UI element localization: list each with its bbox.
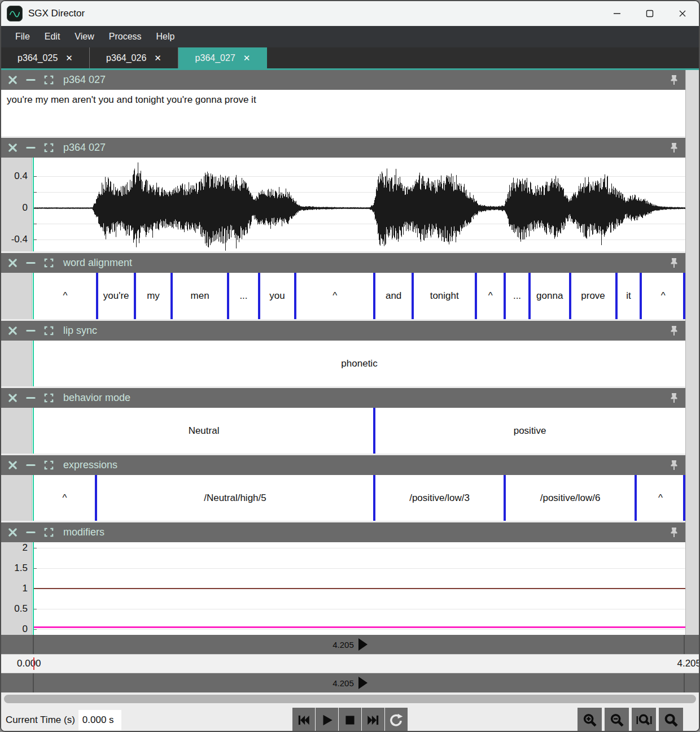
modifier-curve-line[interactable] — [33, 588, 685, 589]
tab-p364_025[interactable]: p364_025 ✕ — [1, 47, 90, 68]
modifiers-track[interactable] — [33, 542, 685, 635]
segment[interactable]: ^ — [476, 273, 505, 319]
menu-help[interactable]: Help — [149, 26, 182, 47]
segment-boundary[interactable] — [412, 273, 414, 319]
panel-expand-icon[interactable] — [43, 325, 54, 337]
play-handle-icon[interactable] — [358, 677, 368, 689]
stop-button[interactable] — [339, 708, 361, 732]
segment[interactable]: Neutral — [33, 408, 374, 454]
segment-boundary[interactable] — [504, 273, 506, 319]
panel-expand-icon[interactable] — [43, 258, 54, 269]
panel-close-icon[interactable] — [7, 527, 18, 538]
tab-p364_027[interactable]: p364_027 ✕ — [178, 47, 267, 68]
playhead-line[interactable] — [33, 158, 34, 251]
zoom-fit-button[interactable] — [632, 708, 656, 732]
panel-collapse-icon[interactable] — [25, 393, 36, 404]
menu-edit[interactable]: Edit — [37, 26, 68, 47]
segment[interactable]: phonetic — [33, 341, 685, 386]
panel-close-icon[interactable] — [7, 325, 18, 337]
segment-boundary[interactable] — [640, 273, 642, 319]
transcript-text-area[interactable]: you're my men aren't you and tonight you… — [1, 90, 685, 136]
pin-icon[interactable] — [668, 257, 680, 269]
segment[interactable]: and — [374, 273, 413, 319]
tab-p364_026[interactable]: p364_026 ✕ — [90, 47, 178, 68]
playhead-line[interactable] — [33, 408, 34, 454]
segment[interactable]: tonight — [413, 273, 476, 319]
segment[interactable]: ^ — [636, 475, 685, 521]
segment-boundary[interactable] — [683, 475, 685, 521]
segment[interactable]: ... — [228, 273, 259, 319]
menu-view[interactable]: View — [67, 26, 101, 47]
play-handle-icon[interactable] — [358, 638, 368, 651]
timeline-slider-bottom[interactable]: 4.205 — [1, 673, 699, 692]
panel-collapse-icon[interactable] — [25, 460, 36, 471]
segment[interactable]: ^ — [33, 273, 97, 319]
playhead-line[interactable] — [33, 475, 34, 521]
segment[interactable]: ^ — [33, 475, 96, 521]
zoom-select-button[interactable] — [659, 708, 683, 732]
panel-close-icon[interactable] — [7, 75, 18, 86]
panel-collapse-icon[interactable] — [25, 258, 36, 269]
skip-to-start-button[interactable] — [292, 708, 315, 732]
segment[interactable]: ^ — [641, 273, 685, 319]
skip-to-end-button[interactable] — [362, 708, 384, 732]
zoom-out-button[interactable] — [605, 708, 629, 732]
panel-expand-icon[interactable] — [43, 527, 54, 538]
segment-boundary[interactable] — [475, 273, 477, 319]
panel-expand-icon[interactable] — [43, 75, 54, 86]
menu-file[interactable]: File — [8, 26, 37, 47]
segment-boundary[interactable] — [96, 273, 98, 319]
segment-boundary[interactable] — [373, 273, 375, 319]
zoom-in-button[interactable] — [578, 708, 602, 732]
segment[interactable]: you — [259, 273, 296, 319]
play-button[interactable] — [316, 708, 338, 732]
segment-boundary[interactable] — [373, 408, 375, 454]
segment[interactable]: /positive/low/3 — [374, 475, 505, 521]
segment[interactable]: men — [172, 273, 228, 319]
playhead-line[interactable] — [33, 341, 34, 386]
panel-close-icon[interactable] — [7, 142, 18, 154]
playhead-line[interactable] — [33, 273, 34, 319]
pin-icon[interactable] — [668, 142, 680, 154]
segment-boundary[interactable] — [615, 273, 618, 319]
vertical-scrollbar[interactable] — [685, 70, 699, 635]
pin-icon[interactable] — [668, 526, 680, 539]
menu-process[interactable]: Process — [102, 26, 149, 47]
current-time-input[interactable] — [78, 710, 121, 730]
segment[interactable]: ... — [505, 273, 530, 319]
minimize-button[interactable] — [601, 1, 633, 26]
horizontal-scrollbar-thumb[interactable] — [4, 695, 696, 703]
panel-collapse-icon[interactable] — [25, 325, 36, 337]
timeline-slider-top[interactable]: 4.205 — [1, 635, 699, 654]
segment[interactable]: /positive/low/6 — [505, 475, 636, 521]
pin-icon[interactable] — [668, 74, 680, 86]
tab-close-icon[interactable]: ✕ — [154, 54, 161, 62]
segment[interactable]: you're — [97, 273, 135, 319]
panel-collapse-icon[interactable] — [25, 142, 36, 154]
segment-boundary[interactable] — [635, 475, 637, 521]
panel-expand-icon[interactable] — [43, 142, 54, 154]
modifier-curve-line[interactable] — [33, 626, 685, 628]
segment-boundary[interactable] — [373, 475, 375, 521]
panel-collapse-icon[interactable] — [25, 527, 36, 538]
segment-boundary[interactable] — [227, 273, 229, 319]
segment-boundary[interactable] — [170, 273, 173, 319]
segment-boundary[interactable] — [294, 273, 296, 319]
segment-boundary[interactable] — [504, 475, 506, 521]
segment[interactable]: prove — [570, 273, 616, 319]
segment[interactable]: gonna — [530, 273, 570, 319]
loop-button[interactable] — [385, 708, 408, 732]
panel-expand-icon[interactable] — [43, 393, 54, 404]
segment-boundary[interactable] — [258, 273, 260, 319]
panel-expand-icon[interactable] — [43, 460, 54, 471]
panel-collapse-icon[interactable] — [25, 75, 36, 86]
pin-icon[interactable] — [668, 325, 680, 337]
segment[interactable]: /Neutral/high/5 — [96, 475, 374, 521]
segment-boundary[interactable] — [569, 273, 571, 319]
segment-boundary[interactable] — [528, 273, 531, 319]
segment[interactable]: ^ — [295, 273, 374, 319]
panel-close-icon[interactable] — [7, 258, 18, 269]
pin-icon[interactable] — [668, 459, 680, 472]
segment-boundary[interactable] — [134, 273, 136, 319]
tab-close-icon[interactable]: ✕ — [243, 54, 251, 62]
